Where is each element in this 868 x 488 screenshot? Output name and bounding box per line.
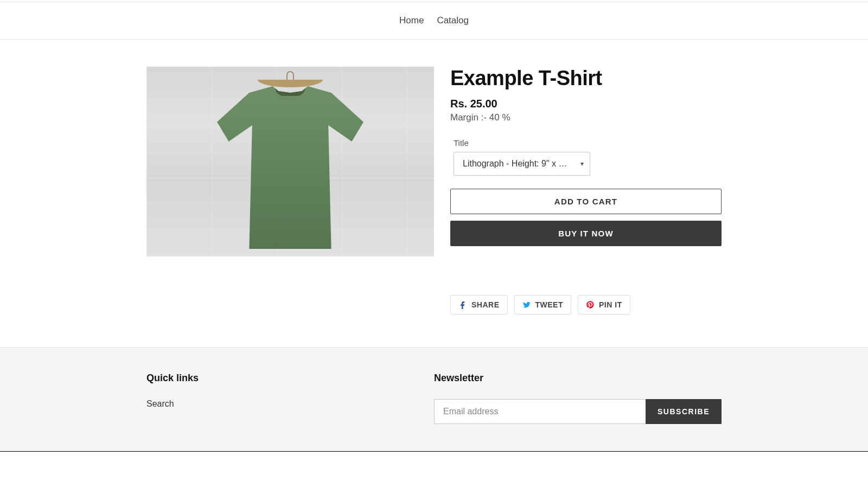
share-facebook-label: SHARE [471, 300, 500, 309]
site-header: Home Catalog [0, 2, 868, 40]
product-title: Example T-Shirt [450, 67, 722, 90]
nav-catalog[interactable]: Catalog [437, 15, 469, 26]
share-facebook-button[interactable]: SHARE [450, 295, 508, 314]
quick-links-heading: Quick links [146, 373, 199, 384]
tshirt-graphic [217, 86, 363, 249]
share-pinterest-button[interactable]: PIN IT [578, 295, 630, 314]
subscribe-button[interactable]: SUBSCRIBE [646, 399, 722, 424]
variant-label: Title [454, 138, 722, 147]
facebook-icon [458, 300, 467, 309]
share-pinterest-label: PIN IT [599, 300, 622, 309]
buy-now-button[interactable]: BUY IT NOW [450, 221, 722, 246]
share-twitter-button[interactable]: TWEET [514, 295, 572, 314]
product-margin: Margin :- 40 % [450, 112, 722, 123]
newsletter-column: Newsletter SUBSCRIBE [434, 373, 722, 424]
product-image [146, 67, 434, 256]
variant-select[interactable]: Lithograph - Height: 9" x Width: [454, 152, 590, 176]
main-nav: Home Catalog [22, 15, 846, 26]
subscribe-form: SUBSCRIBE [434, 399, 722, 424]
product-main: Example T-Shirt Rs. 25.00 Margin :- 40 %… [136, 67, 732, 314]
twitter-icon [522, 300, 531, 309]
variant-select-wrap: Lithograph - Height: 9" x Width: ▾ [454, 152, 590, 176]
email-input[interactable] [434, 399, 646, 424]
product-price: Rs. 25.00 [450, 98, 722, 110]
share-row: SHARE TWEET PIN IT [450, 295, 722, 314]
site-footer: Quick links Search Newsletter SUBSCRIBE [0, 347, 868, 451]
bottom-divider [0, 451, 868, 452]
product-details: Example T-Shirt Rs. 25.00 Margin :- 40 %… [450, 67, 722, 314]
newsletter-heading: Newsletter [434, 373, 722, 384]
hanger-icon [258, 71, 323, 87]
quick-links-column: Quick links Search [146, 373, 199, 424]
nav-home[interactable]: Home [399, 15, 424, 26]
pinterest-icon [586, 300, 595, 309]
footer-search-link[interactable]: Search [146, 399, 199, 409]
share-twitter-label: TWEET [535, 300, 564, 309]
add-to-cart-button[interactable]: ADD TO CART [450, 189, 722, 214]
